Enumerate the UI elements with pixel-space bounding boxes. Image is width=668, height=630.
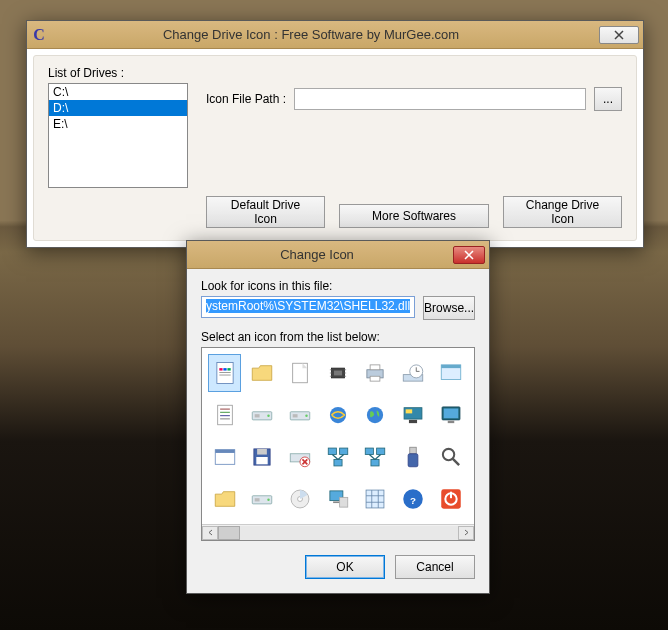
cd-icon[interactable] [283,480,316,518]
icon-path-label: Icon File Path : [206,92,286,106]
svg-rect-38 [409,420,417,423]
change-drive-icon-button[interactable]: Change Drive Icon [503,196,622,228]
svg-text:?: ? [410,495,416,506]
svg-rect-41 [443,409,458,419]
svg-rect-8 [334,371,342,376]
icon-list[interactable]: ? [201,347,475,541]
desktop-icon[interactable] [397,396,430,434]
text-page-icon[interactable] [208,396,241,434]
drive-x-icon[interactable] [283,438,316,476]
change-drive-icon-window: C Change Drive Icon : Free Software by M… [26,20,644,248]
svg-rect-61 [408,454,418,467]
svg-rect-47 [257,457,268,464]
power-icon[interactable] [434,480,467,518]
close-button[interactable] [599,26,639,44]
svg-rect-55 [366,448,374,455]
close-icon [614,30,624,40]
svg-line-53 [332,455,338,460]
computer-icon[interactable] [321,480,354,518]
svg-line-58 [370,455,376,460]
svg-rect-71 [339,497,347,507]
svg-rect-72 [366,490,384,508]
svg-rect-23 [441,365,461,368]
svg-line-54 [338,455,344,460]
floppy-icon[interactable] [246,438,279,476]
close-button[interactable] [453,246,485,264]
drive3-icon[interactable] [246,480,279,518]
svg-rect-52 [334,459,342,466]
browse-button[interactable]: ... [594,87,622,111]
svg-rect-42 [448,421,455,423]
more-softwares-button[interactable]: More Softwares [339,204,489,228]
scroll-right-icon[interactable] [458,526,474,540]
change-icon-dialog: Change Icon Look for icons in this file:… [186,240,490,594]
ok-button[interactable]: OK [305,555,385,579]
svg-rect-16 [370,365,380,370]
monitor-icon[interactable] [434,396,467,434]
chip-icon[interactable] [321,354,354,392]
search-icon[interactable] [434,438,467,476]
page-icon[interactable] [283,354,316,392]
drive2-icon[interactable] [283,396,316,434]
default-drive-icon-button[interactable]: Default Drive Icon [206,196,325,228]
svg-rect-34 [293,414,298,417]
drives-label: List of Drives : [48,66,622,80]
svg-rect-56 [377,448,385,455]
select-icon-label: Select an icon from the list below: [201,330,475,344]
svg-rect-60 [410,447,417,454]
scroll-thumb[interactable] [218,526,240,540]
folder-icon[interactable] [246,354,279,392]
folder2-icon[interactable] [208,480,241,518]
titlebar[interactable]: Change Icon [187,241,489,269]
svg-rect-17 [370,376,380,381]
help-icon[interactable]: ? [397,480,430,518]
svg-point-30 [267,415,269,417]
cancel-button[interactable]: Cancel [395,555,475,579]
scroll-left-icon[interactable] [202,526,218,540]
window-body: List of Drives : C:\D:\E:\ Icon File Pat… [33,55,637,241]
network-icon[interactable] [321,438,354,476]
svg-rect-28 [220,418,230,419]
icon-file-input[interactable]: ystemRoot%\SYSTEM32\SHELL32.dll [201,296,415,318]
svg-rect-4 [219,372,230,373]
horizontal-scrollbar[interactable] [202,524,474,540]
svg-rect-66 [255,498,260,501]
browse-button[interactable]: Browse... [423,296,475,320]
close-icon [464,250,474,260]
svg-rect-39 [406,409,413,413]
titlebar[interactable]: C Change Drive Icon : Free Software by M… [27,21,643,49]
svg-rect-70 [333,501,340,503]
svg-rect-3 [227,368,230,370]
dialog-title: Change Icon [191,247,453,262]
svg-rect-51 [339,448,347,455]
svg-line-59 [375,455,381,460]
svg-rect-1 [219,368,222,370]
drive-icon[interactable] [246,396,279,434]
grid-icon[interactable] [359,480,392,518]
drive-item[interactable]: C:\ [49,84,187,100]
svg-rect-2 [223,368,226,370]
svg-point-65 [267,499,269,501]
drives-listbox[interactable]: C:\D:\E:\ [48,83,188,188]
icon-path-input[interactable] [294,88,586,110]
app-icon: C [31,27,47,43]
svg-rect-57 [371,459,379,466]
drive-item[interactable]: E:\ [49,116,187,132]
svg-rect-31 [255,414,260,417]
globe-ie-icon[interactable] [321,396,354,434]
printer-icon[interactable] [359,354,392,392]
svg-point-62 [443,449,454,460]
clock-disk-icon[interactable] [397,354,430,392]
svg-line-63 [452,459,459,466]
usb-icon[interactable] [397,438,430,476]
window-blank-icon[interactable] [208,438,241,476]
svg-point-33 [305,415,307,417]
drive-item[interactable]: D:\ [49,100,187,116]
network2-icon[interactable] [359,438,392,476]
svg-rect-50 [328,448,336,455]
window-icon[interactable] [434,354,467,392]
globe-icon[interactable] [359,396,392,434]
document-icon[interactable] [208,354,241,392]
svg-rect-5 [219,375,230,376]
svg-rect-25 [220,409,230,410]
